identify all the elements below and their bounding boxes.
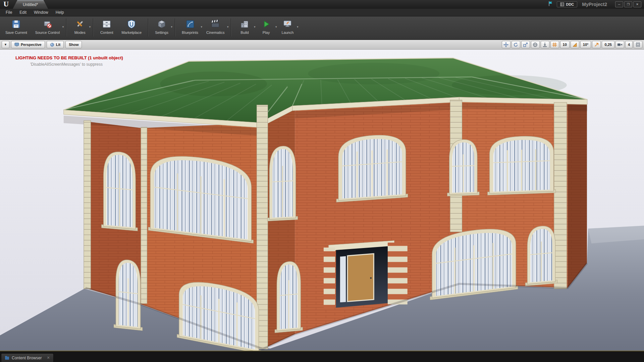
entrance-door [324, 241, 408, 308]
chevron-down-icon[interactable]: ▾ [227, 25, 229, 28]
maximize-icon [636, 42, 640, 47]
content-browser-icon [102, 19, 112, 29]
level-tab[interactable]: Untitled* [13, 0, 48, 9]
perspective-icon [14, 42, 19, 47]
play-label: Play [263, 31, 270, 35]
camera-icon [617, 42, 623, 47]
content-browser-close-icon[interactable]: ✕ [47, 356, 50, 360]
toolbar-separator [231, 18, 231, 37]
source-control-button[interactable]: Source Control ▾ [31, 18, 64, 35]
content-label: Content [100, 31, 113, 35]
title-bar-right: DDC MyProject2 ─ ❐ ✕ [548, 0, 641, 9]
chevron-down-icon: ▼ [4, 43, 7, 46]
main-toolbar: Save Current Source Control ▾ Modes ▾ [0, 16, 644, 40]
view-mode-button[interactable]: Lit [47, 41, 64, 48]
chevron-down-icon[interactable]: ▾ [171, 25, 173, 28]
play-button[interactable]: Play ▾ [255, 18, 277, 35]
toolbar-separator [93, 18, 94, 37]
grid-snap-icon [552, 42, 557, 47]
move-tool-button[interactable] [502, 41, 511, 48]
show-menu-label: Show [69, 43, 78, 47]
save-icon [11, 19, 21, 29]
unreal-logo-icon: U [0, 0, 12, 9]
toolbar-separator [148, 18, 149, 37]
marketplace-button[interactable]: Marketplace [117, 18, 146, 35]
viewport-options-button[interactable]: ▼ [2, 41, 9, 48]
toolbar-group-file: Save Current Source Control ▾ [1, 18, 64, 35]
viewport-scene-area[interactable] [0, 49, 644, 351]
content-button[interactable]: Content [96, 18, 117, 35]
camera-mode-button[interactable]: Perspective [11, 41, 45, 48]
move-icon [503, 42, 508, 47]
modes-button[interactable]: Modes ▾ [69, 18, 91, 35]
chevron-down-icon[interactable]: ▾ [297, 25, 299, 28]
menu-bar: File Edit Window Help [0, 9, 644, 16]
content-browser-tab-icon [5, 356, 9, 360]
grid-snap-value-button[interactable]: 10 [560, 41, 570, 48]
menu-file[interactable]: File [2, 9, 16, 15]
toolbar-group-blueprints: Blueprints ▾ Cinematics ▾ [178, 18, 228, 35]
maximize-viewport-button[interactable] [634, 41, 642, 48]
scale-snap-value: 0,25 [604, 43, 611, 47]
blueprints-button[interactable]: Blueprints ▾ [178, 18, 202, 35]
settings-button[interactable]: Settings ▾ [151, 18, 172, 35]
level-tab-label: Untitled* [23, 2, 38, 7]
content-browser-tab[interactable]: Content Browser ✕ [1, 353, 54, 362]
close-button[interactable]: ✕ [633, 1, 641, 7]
cinematics-button[interactable]: Cinematics ▾ [202, 18, 228, 35]
toolbar-group-modes: Modes ▾ [69, 18, 91, 35]
launch-button[interactable]: Launch ▾ [277, 18, 298, 35]
marketplace-icon [126, 19, 137, 29]
rotate-tool-button[interactable] [512, 41, 520, 48]
world-icon [533, 42, 538, 47]
content-browser-tab-label: Content Browser [12, 356, 42, 360]
camera-speed-value-button[interactable]: 4 [625, 41, 633, 48]
viewport-toolbar-right: 10 10° 0,25 4 [502, 41, 642, 48]
flag-icon[interactable] [548, 1, 553, 8]
chevron-down-icon[interactable]: ▾ [89, 25, 91, 28]
build-icon [239, 19, 250, 29]
menu-edit[interactable]: Edit [16, 9, 30, 15]
camera-speed-button[interactable] [615, 41, 624, 48]
rotation-snap-value: 10° [583, 43, 589, 47]
toolbar-separator [66, 18, 67, 37]
ddc-button[interactable]: DDC [557, 1, 577, 7]
modes-icon [75, 19, 85, 29]
cinematics-icon [210, 19, 220, 29]
restore-button[interactable]: ❐ [624, 1, 632, 7]
scale-snap-value-button[interactable]: 0,25 [602, 41, 614, 48]
lighting-warning-suppress-text: 'DisableAllScreenMessages' to suppress [30, 62, 103, 67]
save-current-label: Save Current [5, 31, 27, 35]
menu-window[interactable]: Window [30, 9, 52, 15]
show-menu-button[interactable]: Show [65, 41, 82, 48]
grid-snap-toggle[interactable] [550, 41, 559, 48]
project-name: MyProject2 [582, 2, 607, 7]
save-current-button[interactable]: Save Current [1, 18, 31, 35]
surface-snap-icon [542, 42, 547, 47]
chevron-down-icon[interactable]: ▾ [62, 25, 64, 28]
minimize-button[interactable]: ─ [615, 1, 623, 7]
viewport-3d-scene[interactable] [0, 49, 644, 351]
toolbar-group-play: Build ▾ Play ▾ Launch ▾ [234, 18, 298, 35]
source-control-icon [43, 19, 53, 29]
marketplace-label: Marketplace [121, 31, 142, 35]
lit-sphere-icon [50, 43, 54, 47]
scale-snap-icon [594, 42, 599, 47]
rotation-snap-toggle[interactable] [571, 41, 579, 48]
grid-snap-value: 10 [563, 43, 567, 47]
level-viewport[interactable]: ▼ Perspective Lit Show [0, 40, 644, 351]
scale-tool-button[interactable] [521, 41, 530, 48]
viewport-toolbar: ▼ Perspective Lit Show [0, 40, 644, 50]
ddc-label: DDC [566, 2, 574, 6]
rotation-snap-icon [572, 42, 577, 47]
coordinate-system-button[interactable] [531, 41, 540, 48]
toolbar-group-content: Content Marketplace [96, 18, 146, 35]
launch-icon [282, 19, 292, 29]
rotation-snap-value-button[interactable]: 10° [580, 41, 591, 48]
menu-help[interactable]: Help [52, 9, 68, 15]
launch-label: Launch [281, 31, 293, 35]
build-button[interactable]: Build ▾ [234, 18, 255, 35]
scale-snap-toggle[interactable] [592, 41, 601, 48]
surface-snap-button[interactable] [541, 41, 549, 48]
cinematics-label: Cinematics [206, 31, 224, 35]
